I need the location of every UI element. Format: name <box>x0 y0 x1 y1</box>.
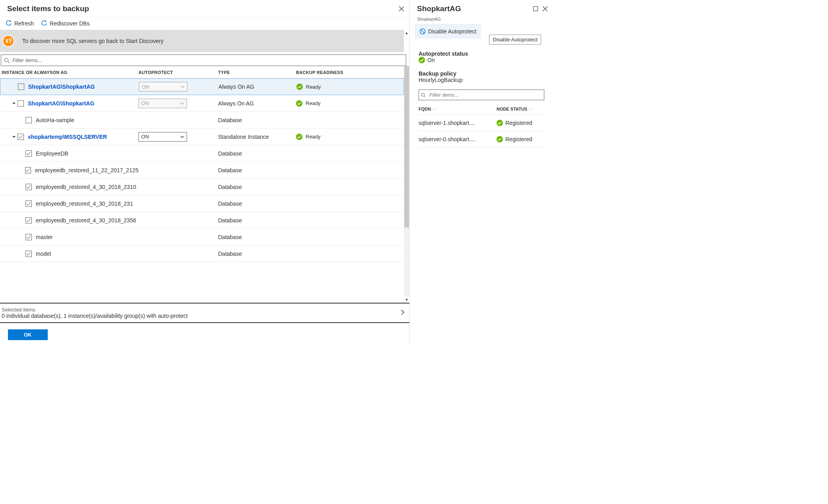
autoprotect-status-value: On <box>427 57 435 63</box>
row-type: Database <box>218 234 296 240</box>
th-instance: INSTANCE OR ALWAYSON AG <box>2 70 138 75</box>
info-message: To discover more SQL servers go back to … <box>17 38 164 44</box>
autoprotect-status-label: Autoprotect status <box>419 51 544 57</box>
row-checkbox[interactable] <box>25 200 32 207</box>
node-status: Registered <box>497 136 544 142</box>
row-name: AutoHa-sample <box>36 117 74 123</box>
row-name[interactable]: ShopkartAG\ShopkartAG <box>28 100 94 107</box>
row-checkbox[interactable] <box>25 234 32 240</box>
search-icon <box>421 93 426 97</box>
info-icon <box>0 30 17 52</box>
ok-button[interactable]: OK <box>8 329 48 340</box>
node-status: Registered <box>497 120 544 126</box>
row-name: employeedb_restored_4_30_2018_2356 <box>36 217 136 224</box>
rediscover-label: Rediscover DBs <box>50 20 90 27</box>
rediscover-button[interactable]: Rediscover DBs <box>41 20 90 27</box>
autoprotect-select[interactable]: ON <box>138 132 187 142</box>
backup-policy-label: Backup policy <box>419 70 544 77</box>
filter-input[interactable] <box>1 54 406 66</box>
row-checkbox[interactable] <box>25 217 32 224</box>
row-checkbox[interactable] <box>25 251 32 257</box>
maximize-icon[interactable] <box>531 4 540 14</box>
table-row[interactable]: employeedb_restored_4_30_2018_2356Databa… <box>0 212 404 229</box>
refresh-icon <box>6 20 12 27</box>
row-name: EmployeeDB <box>36 150 68 157</box>
chevron-right-icon[interactable] <box>400 309 405 317</box>
autoprotect-select: ON <box>138 99 187 108</box>
table-row[interactable]: employeedb_restored_4_30_2018_2310Databa… <box>0 179 404 195</box>
table-row[interactable]: modelDatabase <box>0 245 404 262</box>
row-name: employeedb_restored_11_22_2017_2125 <box>35 167 138 173</box>
row-name: employeedb_restored_4_30_2018_231 <box>36 200 133 207</box>
expand-toggle[interactable] <box>10 135 18 139</box>
table-header: INSTANCE OR ALWAYSON AG AUTOPROTECT TYPE… <box>0 66 404 78</box>
refresh-button[interactable]: Refresh <box>6 20 34 27</box>
node-fqdn: sqlserver-0.shopkart.... <box>419 136 497 142</box>
row-type: Database <box>218 150 296 157</box>
ready-ok-icon <box>497 120 503 126</box>
ready-ok-icon <box>296 134 302 140</box>
row-name[interactable]: ShopkartAG\ShopkartAG <box>28 84 95 90</box>
disable-icon <box>419 28 426 35</box>
table-row[interactable]: employeedb_restored_4_30_2018_231Databas… <box>0 195 404 212</box>
rediscover-icon <box>41 20 47 27</box>
row-type: Standalone Instance <box>218 134 296 140</box>
row-name[interactable]: shopkartemp\MSSQLSERVER <box>28 134 107 140</box>
th-autoprotect: AUTOPROTECT <box>138 70 218 75</box>
scroll-down-icon[interactable]: ▼ <box>405 297 409 303</box>
selected-items-label: Selected items <box>2 307 400 313</box>
row-name: employeedb_restored_4_30_2018_2310 <box>36 184 136 190</box>
svg-point-0 <box>9 39 12 41</box>
row-type: Database <box>218 200 296 207</box>
svg-rect-2 <box>534 7 538 11</box>
close-icon[interactable] <box>397 4 406 14</box>
table-row[interactable]: EmployeeDBDatabase <box>0 145 404 162</box>
node-row[interactable]: sqlserver-1.shopkart....Registered <box>419 115 544 131</box>
row-checkbox[interactable] <box>18 100 24 107</box>
th-node-status[interactable]: NODE STATUS ↑↓ <box>497 107 544 111</box>
row-type: Database <box>218 251 296 257</box>
row-checkbox[interactable] <box>25 184 32 190</box>
row-readiness: Ready <box>296 134 376 140</box>
table-row[interactable]: ShopkartAG\ShopkartAGONAlways On AGReady <box>0 95 404 112</box>
row-checkbox[interactable] <box>25 117 32 123</box>
expand-toggle[interactable] <box>10 101 18 105</box>
node-row[interactable]: sqlserver-0.shopkart....Registered <box>419 131 544 148</box>
items-table: INSTANCE OR ALWAYSON AG AUTOPROTECT TYPE… <box>0 66 404 303</box>
sort-icon: ↑↓ <box>433 107 436 111</box>
row-name: model <box>36 251 51 257</box>
page-title: Select items to backup <box>7 4 397 13</box>
row-checkbox[interactable] <box>18 84 24 90</box>
row-checkbox[interactable] <box>18 134 24 140</box>
scrollbar[interactable] <box>404 66 409 297</box>
row-checkbox[interactable] <box>25 167 31 173</box>
selected-items-summary: 0 individual database(s), 1 instance(s)/… <box>2 313 400 319</box>
row-type: Database <box>218 167 296 173</box>
refresh-label: Refresh <box>14 20 34 27</box>
table-row[interactable]: masterDatabase <box>0 229 404 245</box>
th-readiness: BACKUP READINESS <box>296 70 376 75</box>
table-row[interactable]: AutoHa-sampleDatabase <box>0 112 404 128</box>
status-ok-icon <box>419 57 425 63</box>
row-type: Always On AG <box>218 84 296 90</box>
ready-ok-icon <box>497 136 503 142</box>
row-type: Database <box>218 117 296 123</box>
row-readiness: Ready <box>296 100 376 107</box>
row-type: Always On AG <box>218 100 296 107</box>
nodes-filter-input[interactable] <box>419 90 544 100</box>
scroll-up-icon[interactable]: ▲ <box>405 30 409 36</box>
search-icon <box>4 58 10 63</box>
table-row[interactable]: employeedb_restored_11_22_2017_2125Datab… <box>0 162 404 179</box>
table-row[interactable]: shopkartemp\MSSQLSERVERONStandalone Inst… <box>0 128 404 145</box>
ready-ok-icon <box>296 100 302 107</box>
row-checkbox[interactable] <box>25 150 32 157</box>
table-row[interactable]: ShopkartAG\ShopkartAGONAlways On AGReady <box>0 78 404 95</box>
sort-icon: ↑↓ <box>529 107 533 111</box>
node-fqdn: sqlserver-1.shopkart.... <box>419 120 497 126</box>
th-fqdn[interactable]: FQDN ↑↓ <box>419 107 497 111</box>
scrollbar-thumb[interactable] <box>404 66 409 228</box>
close-details-icon[interactable] <box>540 4 550 14</box>
tooltip: Disable Autoprotect <box>489 35 541 45</box>
disable-autoprotect-button[interactable]: Disable Autoprotect <box>415 24 481 39</box>
row-readiness: Ready <box>296 84 376 90</box>
